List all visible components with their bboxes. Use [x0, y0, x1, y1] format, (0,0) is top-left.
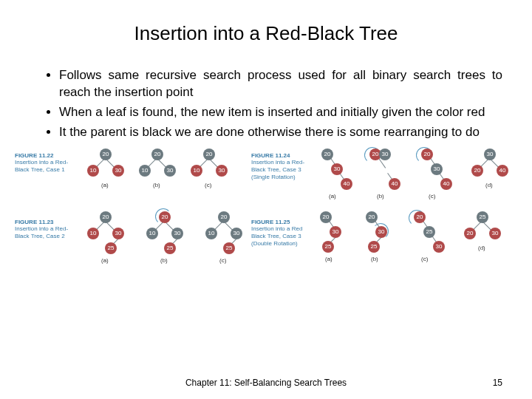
tree-node: 20 [159, 211, 171, 223]
chapter-label: Chapter 11: Self-Balancing Search Trees [0, 378, 532, 388]
figure-number: FIGURE 11.24 [251, 152, 310, 160]
figure-number: FIGURE 11.22 [15, 152, 74, 160]
figure-number: FIGURE 11.23 [15, 219, 74, 226]
tree-node: 20 [218, 211, 230, 223]
tree-node: 20 [414, 211, 426, 223]
subfig-label: (a) [329, 193, 336, 200]
tree-node: 40 [440, 178, 452, 190]
tree-node: 40 [341, 178, 352, 190]
tree-node: 20 [471, 165, 483, 177]
tree-node: 30 [431, 163, 443, 175]
tree-node: 30 [164, 165, 176, 177]
tree-node: 30 [231, 228, 242, 239]
bullet-item: When a leaf is found, the new item is in… [59, 104, 502, 121]
bullet-list: Follows same recursive search process us… [30, 67, 502, 141]
subfig-label: (a) [101, 182, 109, 188]
tree-node: 20 [100, 211, 112, 223]
tree-node: 30 [433, 241, 445, 253]
subfig-label: (b) [153, 182, 160, 188]
tree-node: 25 [423, 226, 435, 238]
tree-node: 20 [203, 149, 215, 160]
tree-node: 30 [489, 228, 501, 239]
subfig-label: (d) [478, 245, 485, 251]
tree-node: 30 [112, 228, 124, 239]
tree-node: 30 [171, 228, 183, 239]
tree-node: 25 [164, 242, 176, 254]
bullet-item: Follows same recursive search process us… [59, 67, 502, 101]
slide-footer: Chapter 11: Self-Balancing Search Trees … [0, 378, 532, 388]
tree-node: 10 [87, 165, 99, 177]
subfig-label: (b) [160, 257, 168, 264]
tree-node: 20 [151, 149, 163, 160]
subfig-label: (d) [485, 182, 493, 188]
tree-node: 20 [320, 211, 332, 223]
subfig-label: (c) [421, 256, 428, 262]
subfig-label: (c) [429, 193, 435, 200]
figure-text: Insertion into a Red Black Tree, Case 3 … [251, 225, 302, 246]
figure-caption: FIGURE 11.25 Insertion into a Red Black … [251, 219, 310, 247]
subfig-label: (a) [101, 257, 109, 264]
tree-node: 25 [223, 242, 235, 254]
tree-node: 10 [146, 228, 158, 239]
tree-node: 25 [477, 211, 488, 223]
tree-node: 20 [100, 149, 112, 160]
tree-node: 20 [421, 149, 433, 160]
tree-node: 10 [87, 228, 99, 239]
bullet-item: It the parent is black we are done other… [59, 124, 502, 141]
tree-node: 10 [205, 228, 217, 239]
figure-caption: FIGURE 11.22 Insertion into a Red-Black … [15, 152, 74, 174]
subfig-label: (b) [377, 193, 384, 200]
tree-node: 25 [368, 241, 380, 253]
tree-node: 30 [484, 149, 496, 160]
figure-number: FIGURE 11.25 [251, 219, 310, 226]
subfig-label: (b) [371, 256, 378, 262]
tree-node: 30 [216, 165, 228, 177]
tree-node: 20 [321, 149, 333, 160]
figure-text: Insertion into a Red-Black Tree, Case 1 [15, 159, 68, 173]
figure-caption: FIGURE 11.24 Insertion into a Red-Black … [251, 152, 310, 180]
slide-title: Insertion into a Red-Black Tree [0, 22, 532, 45]
subfig-label: (a) [325, 256, 332, 262]
figure-text: Insertion into a Red-Black Tree, Case 2 [15, 225, 68, 239]
tree-node: 30 [379, 149, 391, 160]
tree-node: 10 [191, 165, 202, 177]
tree-node: 20 [464, 228, 476, 239]
tree-node: 25 [322, 241, 334, 253]
tree-node: 30 [375, 226, 387, 238]
tree-node: 10 [139, 165, 151, 177]
subfig-label: (c) [205, 182, 211, 188]
figure-text: Insertion into a Red-Black Tree, Case 3 … [251, 159, 304, 180]
subfig-label: (c) [219, 257, 226, 264]
tree-node: 30 [112, 165, 124, 177]
figure-caption: FIGURE 11.23 Insertion into a Red-Black … [15, 219, 74, 240]
page-number: 15 [493, 378, 502, 388]
tree-node: 20 [366, 211, 378, 223]
tree-node: 40 [497, 165, 508, 177]
tree-node: 25 [105, 242, 117, 254]
figures-area: FIGURE 11.22 Insertion into a Red-Black … [15, 149, 532, 296]
tree-node: 30 [331, 163, 343, 175]
tree-node: 30 [330, 226, 341, 238]
tree-node: 40 [389, 178, 400, 190]
